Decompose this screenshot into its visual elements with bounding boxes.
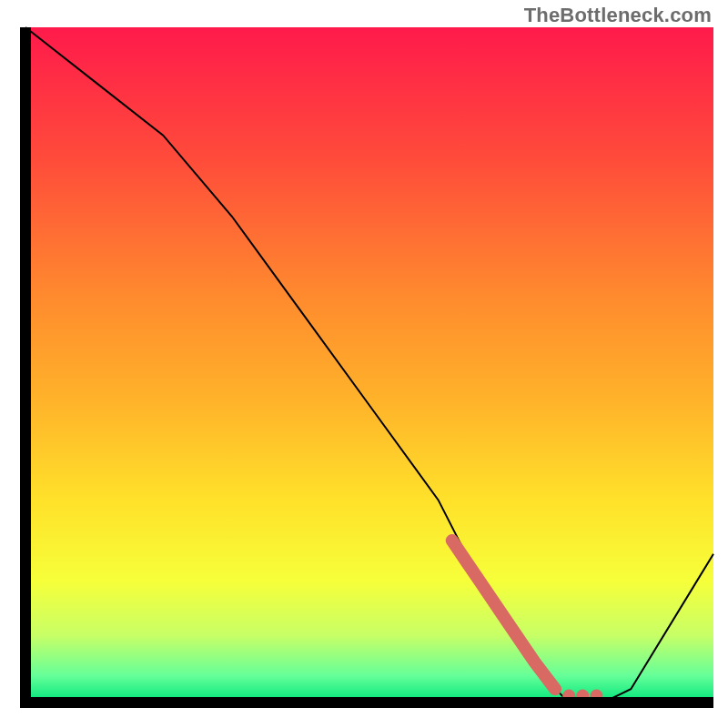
plot-background xyxy=(25,27,713,703)
bottleneck-chart xyxy=(0,0,728,728)
watermark-label: TheBottleneck.com xyxy=(524,4,712,27)
chart-container: TheBottleneck.com xyxy=(0,0,728,728)
